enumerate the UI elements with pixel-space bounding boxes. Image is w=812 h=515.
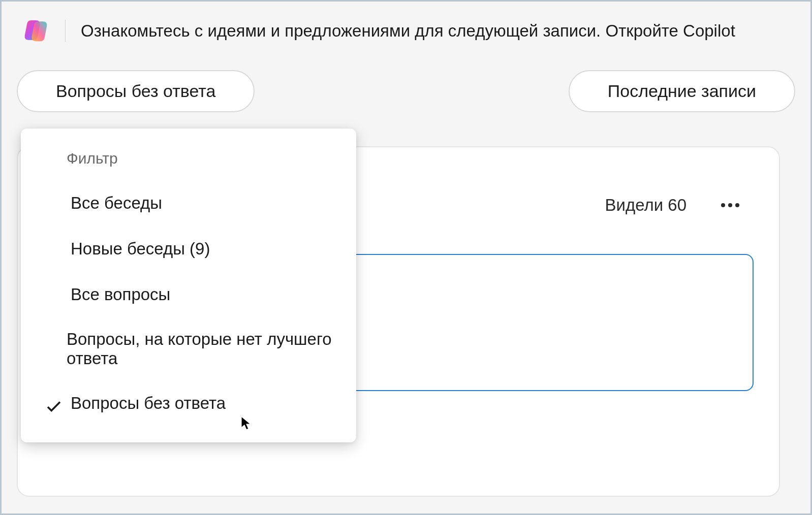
filter-item-label: Новые беседы (9) <box>71 239 210 259</box>
filter-item-label: Вопросы без ответа <box>71 394 226 413</box>
filter-pill-row: Вопросы без ответа Последние записи <box>2 60 810 112</box>
more-options-button[interactable] <box>717 199 743 211</box>
copilot-logo-icon <box>22 17 50 45</box>
filter-item-unanswered[interactable]: Вопросы без ответа <box>21 380 356 426</box>
filter-dropdown: Фильтр Все беседы Новые беседы (9) Все в… <box>21 128 356 442</box>
filter-item-label: Все вопросы <box>71 285 170 304</box>
filter-item-new-conversations[interactable]: Новые беседы (9) <box>21 226 356 272</box>
banner-divider <box>65 20 66 42</box>
more-dots-icon <box>721 203 725 207</box>
more-dots-icon <box>728 203 732 207</box>
seen-count: Видели 60 <box>605 196 686 215</box>
filter-item-no-best-answer[interactable]: Вопросы, на которые нет лучшего ответа <box>21 317 356 380</box>
more-dots-icon <box>735 203 739 207</box>
unanswered-questions-pill[interactable]: Вопросы без ответа <box>17 70 255 112</box>
banner-text: Ознакомьтесь с идеями и предложениями дл… <box>81 21 735 41</box>
filter-item-all-conversations[interactable]: Все беседы <box>21 180 356 226</box>
copilot-banner: Ознакомьтесь с идеями и предложениями дл… <box>2 2 810 60</box>
check-icon <box>46 397 61 409</box>
filter-item-all-questions[interactable]: Все вопросы <box>21 272 356 317</box>
filter-item-label: Все беседы <box>71 194 162 213</box>
card-meta: Видели 60 <box>605 196 743 215</box>
check-slot <box>41 397 67 409</box>
dropdown-header: Фильтр <box>21 143 356 180</box>
recent-posts-pill[interactable]: Последние записи <box>569 70 795 112</box>
cursor-icon <box>240 415 253 431</box>
filter-item-label: Вопросы, на которые нет лучшего ответа <box>67 330 336 368</box>
